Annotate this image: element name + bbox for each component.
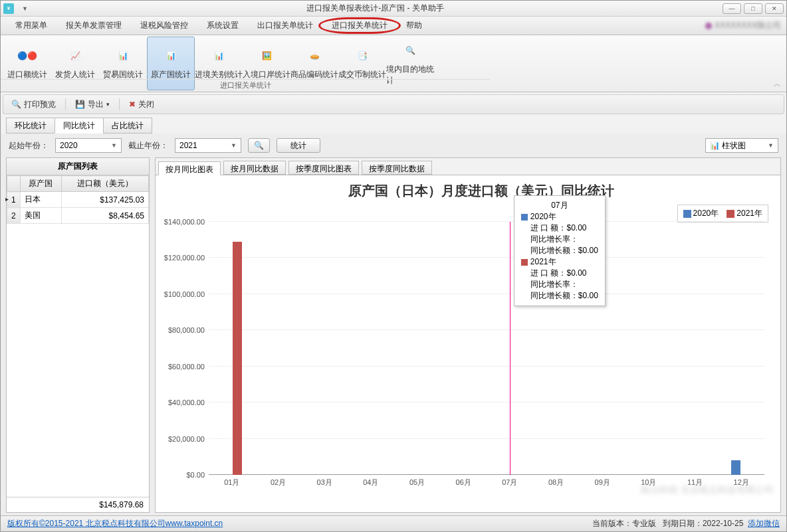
chart-legend: 2020年 2021年 [677, 205, 768, 222]
ribbon-collapse-icon[interactable]: ︿ [774, 79, 781, 89]
start-year-label: 起始年份： [9, 140, 49, 151]
close-button[interactable]: ✖关闭 [126, 98, 157, 112]
table-row[interactable]: 1日本$137,425.03 [7, 192, 149, 208]
titlebar: ¥ ▼ 进口报关单报表统计-原产国 - 关单助手 — □ ✕ [1, 1, 786, 17]
legend-swatch-2021 [727, 210, 734, 218]
copyright-link[interactable]: 版权所有©2015-2021 北京税点科技有限公司www.taxpoint.cn [7, 518, 223, 529]
save-icon: 💾 [75, 100, 85, 109]
chevron-down-icon: ▼ [768, 142, 774, 149]
x-tick-label: 03月 [317, 478, 332, 488]
tab-quarter-chart[interactable]: 按季度同比图表 [288, 161, 359, 175]
col-country[interactable]: 原产国 [21, 176, 62, 192]
menubar: 常用菜单 报关单发票管理 退税风险管控 系统设置 出口报关单统计 进口报关单统计… [1, 17, 786, 35]
tab-proportion[interactable]: 占比统计 [103, 118, 152, 133]
country-list-title: 原产国列表 [7, 158, 149, 175]
chart-title: 原产国（日本）月度进口额（美元）同比统计 [195, 182, 767, 200]
total-amount: $145,879.68 [7, 497, 149, 512]
close-icon: ✖ [129, 100, 136, 109]
plot-area[interactable]: $0.00$20,000.00$40,000.00$60,000.00$80,0… [209, 222, 764, 475]
end-year-label: 截止年份： [128, 140, 168, 151]
country-list-panel: 原产国列表 原产国进口额（美元） 1日本$137,425.03 2美国$8,45… [6, 157, 150, 513]
legend-swatch-2020 [683, 210, 691, 218]
chart-type-combo[interactable]: 📊 柱状图▼ [705, 138, 778, 153]
x-tick-label: 04月 [363, 478, 378, 488]
window-title: 进口报关单报表统计-原产国 - 关单助手 [28, 3, 723, 14]
minimize-button[interactable]: — [723, 3, 741, 14]
ribbon-group-label: 进口报关单统计 [1, 79, 490, 90]
version-info: 当前版本：专业版 到期日期：2022-10-25 [592, 518, 743, 529]
hover-line [510, 222, 510, 475]
country-table: 原产国进口额（美元） 1日本$137,425.03 2美国$8,454.65 [7, 175, 149, 224]
tab-ringratio[interactable]: 环比统计 [6, 118, 55, 133]
col-amount[interactable]: 进口额（美元） [61, 176, 148, 192]
y-tick-label: $80,000.00 [168, 326, 205, 334]
menu-help[interactable]: 帮助 [397, 17, 431, 34]
maximize-button[interactable]: □ [744, 3, 762, 14]
end-year-combo[interactable]: 2021▼ [175, 138, 241, 153]
menu-export-stats[interactable]: 出口报关单统计 [248, 17, 322, 34]
close-window-button[interactable]: ✕ [765, 3, 784, 14]
company-label: XXXXXXXX限公司 [705, 20, 781, 31]
print-preview-button[interactable]: 🔍打印预览 [9, 98, 58, 112]
start-year-combo[interactable]: 2020▼ [55, 138, 122, 153]
x-tick-label: 02月 [271, 478, 286, 488]
add-wechat-link[interactable]: 添加微信 [748, 518, 780, 529]
menu-refund[interactable]: 退税风险管控 [131, 17, 197, 34]
chart-tooltip: 07月2020年进 口 额：$0.00同比增长率：同比增长额：$0.002021… [514, 195, 606, 306]
filter-bar: 起始年份： 2020▼ 截止年份： 2021▼ 🔍 统计 📊 柱状图▼ [1, 133, 786, 157]
app-icon: ¥ [3, 3, 14, 14]
y-tick-label: $20,000.00 [168, 435, 205, 443]
titlebar-dropdown-icon[interactable]: ▼ [22, 5, 28, 12]
x-tick-label: 07月 [502, 478, 517, 488]
chevron-down-icon: ▼ [111, 142, 117, 149]
x-tick-label: 08月 [548, 478, 564, 488]
statusbar: 版权所有©2015-2021 北京税点科技有限公司www.taxpoint.cn… [1, 515, 786, 531]
magnifier-icon: 🔍 [254, 141, 264, 150]
table-row[interactable]: 2美国$8,454.65 [7, 208, 149, 224]
bar-chart-icon: 📊 [710, 141, 720, 150]
y-tick-label: $60,000.00 [168, 363, 205, 371]
tab-quarter-data[interactable]: 按季度同比数据 [362, 161, 432, 175]
menu-common[interactable]: 常用菜单 [6, 17, 56, 34]
chart-area: 原产国（日本）月度进口额（美元）同比统计 2020年 2021年 $0.00$2… [156, 175, 780, 512]
chart-panel: 按月同比图表 按月同比数据 按季度同比图表 按季度同比数据 原产国（日本）月度进… [155, 157, 781, 513]
y-tick-label: $120,000.00 [164, 254, 205, 262]
x-tick-label: 01月 [224, 478, 239, 488]
search-button[interactable]: 🔍 [248, 138, 270, 153]
chevron-down-icon: ▼ [231, 142, 237, 149]
stat-type-tabs: 环比统计 同比统计 占比统计 [1, 118, 786, 133]
watermark: 税点科技 北京税点科技有限公司 [641, 484, 774, 496]
y-tick-label: $0.00 [186, 471, 205, 479]
x-tick-label: 05月 [409, 478, 425, 488]
tab-monthly-data[interactable]: 按月同比数据 [223, 161, 286, 175]
chart-tabs: 按月同比图表 按月同比数据 按季度同比图表 按季度同比数据 [156, 158, 780, 175]
stat-button[interactable]: 统计 [277, 138, 320, 153]
export-button[interactable]: 💾导出▾ [72, 98, 112, 112]
y-tick-label: $40,000.00 [168, 399, 205, 406]
menu-import-stats[interactable]: 进口报关单统计 [322, 17, 397, 34]
menu-invoice[interactable]: 报关单发票管理 [56, 17, 131, 34]
bar-2020年-12月[interactable] [731, 460, 740, 475]
y-tick-label: $100,000.00 [164, 290, 205, 298]
x-tick-label: 06月 [456, 478, 471, 488]
menu-settings[interactable]: 系统设置 [197, 17, 248, 34]
bar-2021年-01月[interactable] [233, 242, 242, 475]
search-icon: 🔍 [11, 100, 21, 109]
y-tick-label: $140,000.00 [164, 218, 205, 226]
toolbar: 🔍打印预览 💾导出▾ ✖关闭 [3, 94, 784, 114]
tab-yoy[interactable]: 同比统计 [55, 118, 104, 133]
x-tick-label: 09月 [595, 478, 610, 488]
tab-monthly-chart[interactable]: 按月同比图表 [158, 161, 221, 175]
ribbon: 🔵🔴进口额统计 📈发货人统计 📊贸易国统计 📊原产国统计 📊进境关别统计 🖼️入… [1, 35, 786, 92]
